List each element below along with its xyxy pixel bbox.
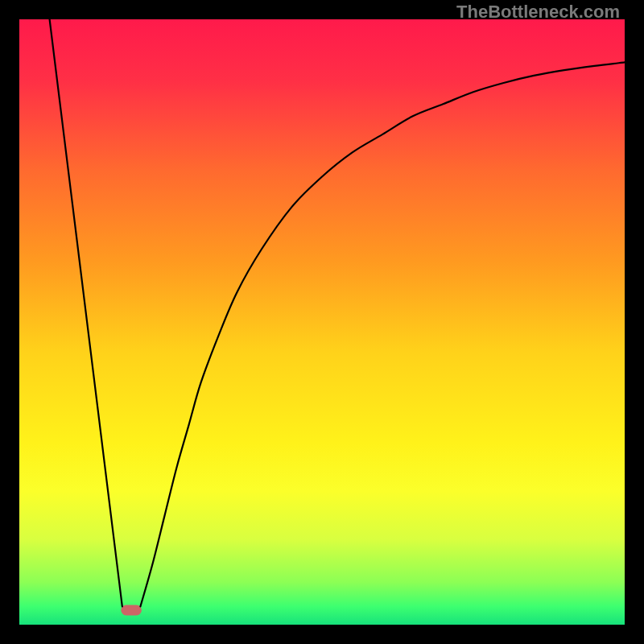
- plot-area: [19, 19, 625, 625]
- chart-svg: [19, 19, 625, 625]
- bottleneck-marker: [121, 605, 142, 615]
- watermark-text: TheBottleneck.com: [456, 2, 620, 23]
- gradient-background: [19, 19, 625, 625]
